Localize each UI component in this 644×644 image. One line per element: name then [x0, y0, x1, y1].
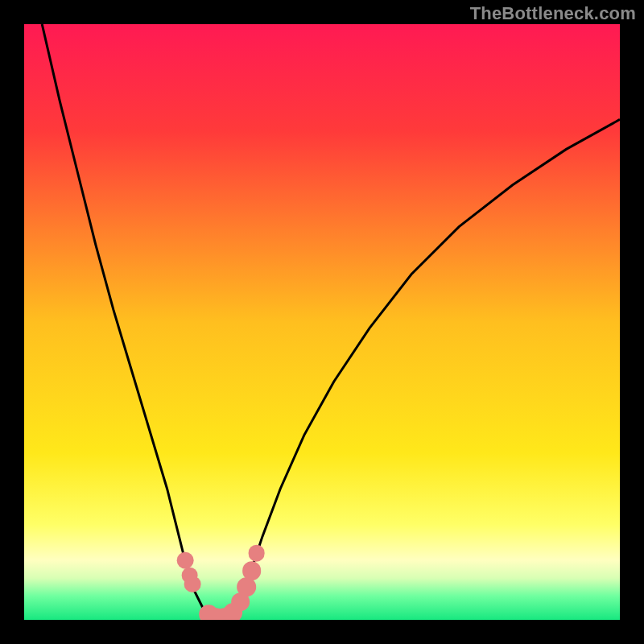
plot-area — [24, 24, 620, 620]
curve-marker — [248, 545, 265, 562]
bottleneck-curve — [42, 24, 620, 619]
curve-marker — [242, 561, 262, 580]
watermark-text: TheBottleneck.com — [470, 3, 636, 24]
curve-marker — [184, 576, 201, 592]
chart-frame: TheBottleneck.com — [0, 0, 644, 644]
curve-layer — [24, 24, 620, 620]
